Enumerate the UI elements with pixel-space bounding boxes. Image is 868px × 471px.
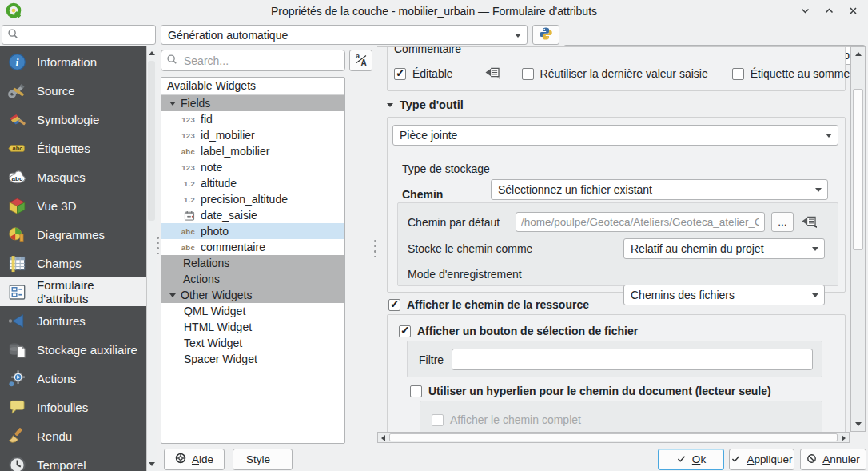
widget-search[interactable] (161, 50, 345, 71)
tree-row-spacer-widget[interactable]: Spacer Widget (161, 351, 344, 367)
form-horizontal-scrollbar[interactable] (377, 432, 850, 443)
sidebar-scrollbar[interactable] (146, 46, 157, 471)
tree-row-html-widget[interactable]: HTML Widget (161, 319, 344, 335)
widget-search-input[interactable] (182, 54, 340, 68)
sidebar-item-diagrammes[interactable]: Diagrammes (0, 220, 146, 249)
apply-button[interactable]: Appliquer (729, 449, 794, 470)
style-button[interactable]: Style (233, 449, 293, 470)
form-generation-combo[interactable]: Génération automatique (161, 25, 528, 45)
vertical-scrollbar-thumb[interactable] (853, 89, 863, 250)
show-resource-path-checkbox[interactable] (388, 299, 400, 311)
tree-row-label: Fields (181, 97, 210, 110)
sidebar-scrollbar-thumb[interactable] (148, 61, 155, 221)
scroll-down-icon[interactable] (855, 422, 862, 426)
tree-row-id-mobilier[interactable]: 123id_mobilier (161, 127, 344, 143)
layer-settings-search[interactable] (2, 25, 156, 45)
sidebar-item-label: Actions (37, 372, 76, 385)
svg-text:A: A (360, 58, 366, 67)
tree-row-actions[interactable]: Actions (161, 271, 344, 287)
tree-row-date-saisie[interactable]: date_saisie (161, 207, 344, 223)
stockage-icon (8, 341, 26, 359)
tree-row-label: QML Widget (184, 305, 245, 317)
tool-type-section-header[interactable]: Type d'outil (387, 98, 464, 111)
svg-text:abc: abc (12, 145, 22, 152)
tree-row-precision-altitude[interactable]: 1.2precision_altitude (161, 191, 344, 207)
data-defined-override-icon[interactable] (800, 214, 818, 230)
browse-path-button[interactable]: ... (771, 212, 794, 232)
tree-row-qml-widget[interactable]: QML Widget (161, 303, 344, 319)
scroll-up-icon[interactable] (855, 52, 862, 56)
expand-arrow-icon[interactable] (169, 293, 176, 297)
tree-row-label-mobilier[interactable]: abclabel_mobilier (161, 143, 344, 159)
sidebar-item-label: Vue 3D (37, 199, 76, 213)
tree-row-relations[interactable]: Relations (161, 255, 344, 271)
label-on-top-checkbox[interactable] (732, 68, 744, 80)
help-button[interactable]: Aide (164, 449, 225, 470)
show-resource-path-label: Afficher le chemin de la ressource (407, 298, 589, 311)
sidebar-item-temporel[interactable]: Temporel (0, 450, 146, 471)
form-vertical-scrollbar[interactable] (850, 46, 866, 432)
filter-input[interactable] (452, 349, 813, 370)
default-path-input[interactable] (516, 212, 765, 232)
show-file-button-checkbox[interactable] (399, 325, 411, 337)
sidebar-item-etiquettes[interactable]: abcÉtiquettes (0, 134, 146, 162)
editable-checkbox[interactable] (394, 68, 406, 80)
scroll-left-icon[interactable] (381, 435, 385, 441)
field-type-icon-date (176, 210, 195, 221)
horizontal-scrollbar-thumb[interactable] (389, 433, 838, 441)
sidebar-item-formulaire[interactable]: Formulaire d'attributs (0, 277, 146, 306)
save-mode-combo[interactable]: Chemins des fichiers (623, 285, 825, 305)
tree-row-text-widget[interactable]: Text Widget (161, 335, 344, 351)
tree-row-photo[interactable]: abcphoto (161, 223, 344, 239)
sidebar-item-masques[interactable]: abcMasques (0, 162, 146, 191)
field-type-icon-abc: abc (176, 243, 195, 252)
tree-row-label: note (201, 161, 222, 174)
sidebar-item-vue3d[interactable]: Vue 3D (0, 191, 146, 220)
tree-row-label: date_saisie (201, 209, 257, 222)
sidebar-item-source[interactable]: Source (0, 76, 146, 105)
python-icon (539, 26, 553, 43)
sidebar-item-rendu[interactable]: Rendu (0, 421, 146, 450)
python-init-button[interactable] (532, 25, 559, 45)
tree-row-other-widgets[interactable]: Other Widgets (161, 287, 344, 303)
sidebar-item-stockage[interactable]: Stockage auxiliaire (0, 335, 146, 364)
sidebar-item-information[interactable]: iInformation (0, 47, 146, 76)
case-sensitive-button[interactable]: aA (349, 50, 372, 71)
widget-type-combo[interactable]: Pièce jointe (392, 125, 838, 146)
hyperlink-checkbox[interactable] (410, 385, 422, 397)
sidebar-item-actions[interactable]: Actions (0, 364, 146, 393)
tree-row-fields[interactable]: Fields (161, 95, 344, 111)
tree-row-altitude[interactable]: 1.2altitude (161, 175, 344, 191)
tree-rows: Fields123fid123id_mobilierabclabel_mobil… (161, 95, 344, 367)
tree-row-commentaire[interactable]: abccommentaire (161, 239, 344, 255)
splitter-handle[interactable] (157, 237, 159, 254)
search-icon (166, 54, 177, 67)
sidebar-item-champs[interactable]: Champs (0, 249, 146, 277)
splitter-handle[interactable] (374, 240, 376, 257)
cancel-button[interactable]: Annuler (800, 449, 866, 470)
minimize-button[interactable] (800, 6, 810, 16)
close-button[interactable] (848, 6, 858, 16)
tree-row-note[interactable]: 123note (161, 159, 344, 175)
cancel-icon (806, 453, 817, 466)
store-path-combo[interactable]: Relatif au chemin du projet (623, 238, 825, 259)
collapse-arrow-icon (387, 103, 393, 107)
sidebar-item-symbologie[interactable]: Symbologie (0, 105, 146, 134)
sidebar-item-jointures[interactable]: Jointures (0, 306, 146, 335)
scroll-down-icon[interactable] (149, 462, 155, 466)
layer-settings-search-input[interactable] (23, 28, 150, 42)
full-path-checkbox[interactable] (432, 414, 444, 426)
maximize-button[interactable] (824, 6, 834, 16)
data-defined-override-icon[interactable] (484, 66, 501, 82)
expand-arrow-icon[interactable] (169, 102, 176, 106)
reuse-last-value-checkbox[interactable] (522, 68, 534, 80)
scroll-right-icon[interactable] (842, 435, 846, 441)
ok-button[interactable]: Ok (658, 449, 724, 470)
tree-header: Available Widgets (161, 78, 344, 95)
storage-type-combo[interactable]: Sélectionnez un fichier existant (491, 179, 828, 200)
scroll-up-icon[interactable] (149, 51, 155, 55)
sidebar-item-label: Symbologie (37, 113, 99, 126)
tree-row-fid[interactable]: 123fid (161, 111, 344, 127)
path-groupbox: Chemin par défaut ... Stocke le chemin c… (397, 202, 838, 286)
sidebar-item-infobulles[interactable]: Infobulles (0, 393, 146, 421)
